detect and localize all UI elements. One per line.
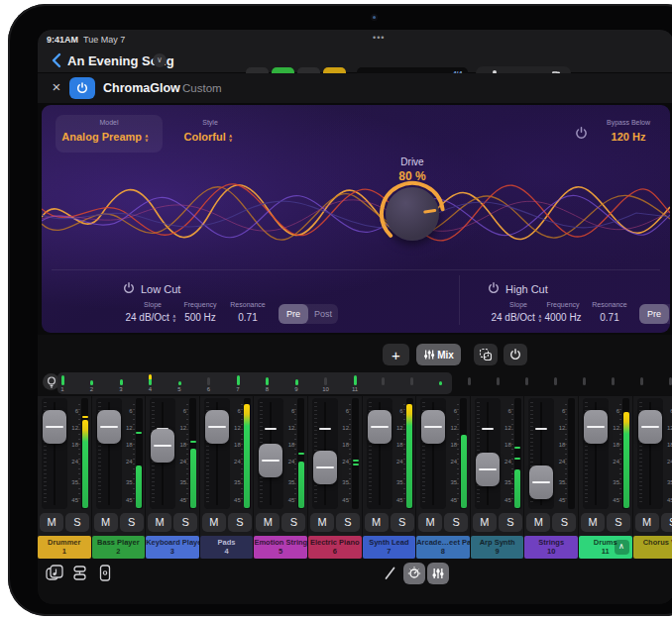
track-name-tile[interactable]: Drummer1: [38, 536, 91, 559]
mute-button[interactable]: M: [365, 513, 389, 532]
fader-track[interactable]: [96, 398, 122, 509]
close-plugin-button[interactable]: ×: [48, 78, 65, 95]
fader-handle[interactable]: [368, 410, 392, 444]
solo-button[interactable]: S: [173, 513, 197, 532]
post-option[interactable]: Post: [308, 304, 338, 324]
mute-button[interactable]: M: [40, 513, 63, 532]
fader-track[interactable]: [528, 398, 554, 509]
track-name-tile[interactable]: Strings10: [524, 536, 578, 559]
solo-button[interactable]: S: [65, 513, 89, 532]
high-cut-power-icon[interactable]: [488, 282, 500, 294]
fader-track[interactable]: [42, 398, 67, 509]
track-overview-ruler[interactable]: 1234567891011: [38, 372, 672, 394]
mute-button[interactable]: M: [310, 513, 334, 532]
mute-button[interactable]: M: [202, 513, 226, 532]
tuning-button[interactable]: [403, 563, 425, 584]
mute-button[interactable]: M: [94, 513, 118, 532]
track-name-tile[interactable]: Drums11∧: [579, 536, 632, 559]
low-cut-pre-post-toggle[interactable]: Pre Post: [279, 304, 338, 324]
routing-icon[interactable]: [71, 565, 88, 581]
mute-button[interactable]: M: [473, 513, 497, 532]
fader-track[interactable]: [258, 398, 283, 509]
drive-knob[interactable]: [379, 180, 446, 248]
solo-button[interactable]: S: [552, 513, 576, 532]
fader-track[interactable]: [312, 398, 338, 509]
track-name-tile[interactable]: Arp Synth9: [471, 536, 524, 559]
plugin-power-button[interactable]: [69, 77, 95, 99]
copy-button[interactable]: [474, 344, 498, 365]
pre-option[interactable]: Pre: [639, 304, 669, 324]
solo-button[interactable]: S: [228, 513, 252, 532]
mute-button[interactable]: M: [635, 513, 659, 532]
low-cut-frequency-value[interactable]: 500 Hz: [184, 312, 216, 323]
track-name-tile[interactable]: Synth Lead7: [363, 536, 416, 559]
solo-button[interactable]: S: [281, 513, 305, 532]
mix-view-button[interactable]: Mix: [416, 344, 461, 365]
fader-handle[interactable]: [205, 410, 229, 444]
fader-handle[interactable]: [584, 410, 608, 444]
track-name-tile[interactable]: Bass Player2: [92, 536, 146, 559]
style-value[interactable]: Colorful∧∨: [184, 131, 233, 143]
fader-handle[interactable]: [97, 410, 121, 444]
multitask-indicator[interactable]: •••: [373, 33, 385, 43]
bypass-below-value[interactable]: 120 Hz: [612, 131, 646, 143]
solo-button[interactable]: S: [661, 513, 672, 532]
track-name-tile[interactable]: Keyboard Player3: [146, 536, 199, 559]
mute-button[interactable]: M: [418, 513, 442, 532]
fader-track[interactable]: [204, 398, 230, 509]
fader-handle[interactable]: [259, 444, 282, 477]
fader-handle[interactable]: [151, 429, 174, 463]
fader-track[interactable]: [367, 398, 392, 509]
pre-option[interactable]: Pre: [279, 304, 308, 324]
channel-power-button[interactable]: [504, 344, 527, 365]
bypass-power-icon[interactable]: [575, 127, 588, 140]
post-option[interactable]: Post: [669, 304, 670, 324]
high-cut-pre-post-toggle[interactable]: Pre Post: [639, 304, 670, 324]
fader-handle[interactable]: [529, 465, 553, 499]
back-icon[interactable]: [50, 52, 63, 69]
solo-button[interactable]: S: [444, 513, 468, 532]
fader-handle[interactable]: [421, 410, 445, 444]
fader-track[interactable]: [475, 398, 501, 509]
loop-browser-icon[interactable]: [46, 565, 63, 581]
mute-button[interactable]: M: [526, 513, 550, 532]
edit-pencil-icon[interactable]: [383, 567, 396, 580]
solo-button[interactable]: S: [391, 513, 414, 532]
solo-button[interactable]: S: [499, 513, 522, 532]
track-name-tile[interactable]: Chorus V: [633, 536, 672, 559]
track-name-tile[interactable]: Arcade…eet Pad8: [416, 536, 470, 559]
fader-handle[interactable]: [43, 410, 66, 444]
mixer-toggle-button[interactable]: [427, 563, 449, 584]
low-cut-resonance-value[interactable]: 0.71: [238, 312, 257, 323]
plugin-preset[interactable]: Custom: [182, 82, 222, 94]
song-menu-chevron-icon[interactable]: ∨: [153, 53, 167, 67]
fader-handle[interactable]: [313, 451, 337, 484]
solo-button[interactable]: S: [607, 513, 630, 532]
fader-handle[interactable]: [638, 410, 662, 444]
fader-track[interactable]: [420, 398, 446, 509]
solo-button[interactable]: S: [120, 513, 144, 532]
low-cut-power-icon[interactable]: [123, 282, 135, 294]
solo-button[interactable]: S: [336, 513, 360, 532]
track-name: Strings: [524, 538, 578, 547]
chevron-up-icon[interactable]: ∧: [615, 540, 629, 555]
high-cut-frequency-value[interactable]: 4000 Hz: [544, 312, 581, 323]
stepper-icon: ∧∨: [229, 134, 233, 142]
fader-track[interactable]: [150, 398, 175, 509]
controller-icon[interactable]: [99, 565, 111, 581]
fader-track[interactable]: [583, 398, 609, 509]
mute-button[interactable]: M: [581, 513, 605, 532]
visible-range-highlight[interactable]: [57, 372, 452, 394]
high-cut-resonance-value[interactable]: 0.71: [600, 312, 618, 323]
fader-handle[interactable]: [476, 453, 500, 486]
mute-button[interactable]: M: [256, 513, 280, 532]
track-name-tile[interactable]: Pads4: [200, 536, 254, 559]
track-name-tile[interactable]: Electric Piano6: [308, 536, 362, 559]
high-cut-slope-value[interactable]: 24 dB/Oct∧∨: [491, 312, 541, 323]
track-name-tile[interactable]: Emotion Strings5: [254, 536, 307, 559]
fader-track[interactable]: [637, 398, 663, 509]
low-cut-slope-value[interactable]: 24 dB/Oct∧∨: [125, 312, 175, 323]
add-track-button[interactable]: +: [383, 344, 409, 365]
model-value[interactable]: Analog Preamp∧∨: [61, 131, 148, 143]
mute-button[interactable]: M: [148, 513, 171, 532]
